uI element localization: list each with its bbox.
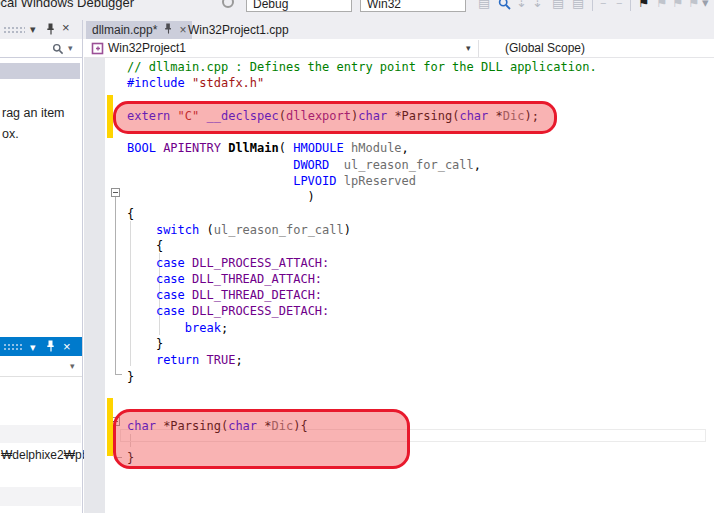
- save-icon[interactable]: ▤: [552, 0, 564, 9]
- solution-configuration-combo[interactable]: Debug: [246, 0, 352, 12]
- code-line: // dllmain.cpp : Defines the entry point…: [127, 59, 597, 75]
- debug-toolbar: Local Windows Debugger Debug Win32 ▤ ⇣ ⇣…: [0, 0, 714, 20]
- scope-dropdown-icon[interactable]: ▾: [466, 43, 471, 53]
- code-line: case DLL_THREAD_ATTACH:: [127, 271, 597, 287]
- outline-line: [115, 197, 116, 374]
- editor-navigation-bar: Win32Project1 ▾ (Global Scope): [84, 39, 714, 58]
- code-line: {: [127, 206, 597, 222]
- sync-icon[interactable]: [222, 0, 234, 8]
- code-line: ): [127, 189, 597, 205]
- find-icon[interactable]: [498, 0, 511, 10]
- watch-combo-row[interactable]: ▾: [0, 356, 82, 377]
- redo-icon[interactable]: –: [616, 0, 623, 9]
- editor-indicator-margin: [84, 58, 105, 513]
- code-line: }: [127, 336, 597, 352]
- solution-platform-combo[interactable]: Win32: [360, 0, 466, 12]
- toolbar-separator: [630, 0, 631, 11]
- panel-close-icon[interactable]: ×: [63, 339, 71, 354]
- save-all-icon[interactable]: ▤: [572, 0, 584, 9]
- bookmark-icon[interactable]: ⚑: [638, 0, 650, 9]
- code-line: case DLL_PROCESS_ATTACH:: [127, 255, 597, 271]
- tab-dllmain-cpp[interactable]: dllmain.cpp*×: [86, 21, 192, 39]
- panel-menu-chevron-icon[interactable]: ▾: [30, 341, 36, 354]
- panel-pin-icon[interactable]: [46, 340, 56, 352]
- global-scope-dropdown[interactable]: (Global Scope): [505, 41, 585, 55]
- bookmark-dropdown-icon[interactable]: ▾: [702, 0, 709, 9]
- panel-splitter[interactable]: [82, 20, 83, 513]
- list-item[interactable]: [0, 487, 81, 506]
- navigate-back-icon[interactable]: ⇣: [516, 0, 527, 9]
- project-scope-dropdown[interactable]: Win32Project1: [108, 41, 186, 55]
- toolbox-help-text: rag an item: [2, 106, 65, 120]
- code-line: #include "stdafx.h": [127, 75, 597, 91]
- outline-line-end: [115, 374, 122, 375]
- toolbox-close-icon[interactable]: ×: [62, 22, 70, 33]
- search-icon: [52, 43, 64, 55]
- toolbox-menu-chevron-icon[interactable]: ▾: [30, 24, 36, 35]
- undo-icon[interactable]: –: [600, 0, 607, 9]
- red-highlight-annotation: [113, 101, 557, 134]
- toolbox-help-text: ox.: [2, 127, 19, 141]
- code-line: }: [127, 369, 597, 385]
- code-line: break;: [127, 320, 597, 336]
- red-highlight-annotation: [113, 409, 410, 469]
- document-tab-strip: ▾ × dllmain.cpp*× Win32Project1.cpp: [0, 20, 714, 39]
- collapse-toggle-icon[interactable]: [111, 188, 120, 197]
- toolbox-drag-grip[interactable]: [3, 26, 25, 34]
- code-line: return TRUE;: [127, 352, 597, 368]
- toolbox-search-box[interactable]: ▾: [0, 39, 82, 58]
- watch-panel-titlebar[interactable]: ▾ ×: [0, 337, 82, 356]
- code-line: DWORD ul_reason_for_call,: [127, 157, 597, 173]
- tab-win32project1-cpp[interactable]: Win32Project1.cpp: [182, 21, 295, 39]
- list-item[interactable]: [0, 425, 81, 443]
- next-bookmark-icon[interactable]: ⚑: [672, 0, 684, 9]
- vs-ide-window: Local Windows Debugger Debug Win32 ▤ ⇣ ⇣…: [0, 0, 714, 513]
- code-line: [127, 385, 597, 401]
- toolbar-separator: [592, 0, 593, 11]
- path-value: ₩delphixe2₩pb: [1, 448, 88, 462]
- combo-dropdown-icon[interactable]: ▾: [70, 361, 75, 371]
- panel-drag-grip[interactable]: [3, 343, 23, 351]
- attach-process-icon[interactable]: ▤: [478, 0, 490, 9]
- code-line: LPVOID lpReserved: [127, 173, 597, 189]
- toolbox-group-header[interactable]: [0, 63, 80, 79]
- navigate-forward-icon[interactable]: ⇣: [532, 0, 543, 9]
- prev-bookmark-icon[interactable]: ⚑: [656, 0, 668, 9]
- tab-label: dllmain.cpp*: [92, 23, 157, 37]
- list-item[interactable]: ₩delphixe2₩pb: [1, 445, 88, 463]
- code-line: BOOL APIENTRY DllMain( HMODULE hModule,: [127, 140, 597, 156]
- tab-pin-icon[interactable]: [164, 23, 173, 34]
- code-line: case DLL_THREAD_DETACH:: [127, 287, 597, 303]
- cpp-project-icon: [91, 42, 104, 55]
- search-dropdown-icon[interactable]: ▾: [68, 43, 73, 53]
- code-line: case DLL_PROCESS_DETACH:: [127, 303, 597, 319]
- tab-label: Win32Project1.cpp: [188, 23, 289, 37]
- clear-bookmarks-icon[interactable]: ⚑: [688, 0, 700, 9]
- toolbox-pin-icon[interactable]: [46, 23, 56, 35]
- code-line: {: [127, 238, 597, 254]
- local-windows-debugger-button[interactable]: Local Windows Debugger: [0, 0, 134, 10]
- code-line: switch (ul_reason_for_call): [127, 222, 597, 238]
- navbar-separator: [478, 40, 479, 57]
